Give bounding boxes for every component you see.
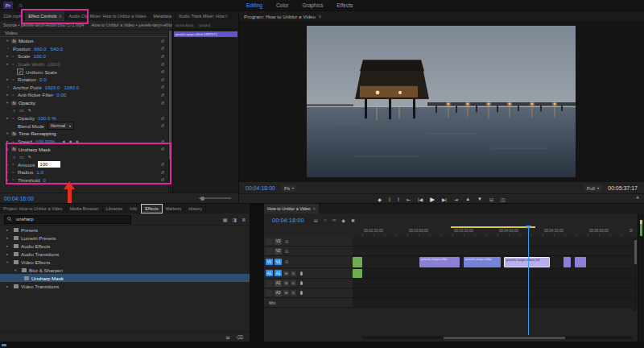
- tree-item-video-effects[interactable]: ▾ Video Effects: [0, 258, 250, 266]
- effect-time-remapping-header[interactable]: ▾ fx Time Remapping: [0, 130, 167, 138]
- track-visibility-icon[interactable]: ⊙: [285, 259, 289, 264]
- tab-audio-track-mixer[interactable]: Audio Track Mixer: How t: [175, 11, 231, 21]
- effect-controls-timecode[interactable]: 00:04:18:00: [4, 196, 34, 201]
- tab-info[interactable]: Info: [126, 204, 141, 213]
- chevron-down-icon[interactable]: ▾: [14, 268, 19, 272]
- track-visibility-icon[interactable]: ⊙: [285, 249, 289, 254]
- reset-param-icon[interactable]: ↺: [160, 123, 164, 128]
- track-select-v2[interactable]: V2: [275, 248, 282, 255]
- extract-button[interactable]: ▼: [477, 197, 482, 201]
- reset-param-icon[interactable]: ↺: [160, 177, 164, 182]
- rotation-value[interactable]: 0.0: [39, 77, 47, 82]
- tree-item-audio-transitions[interactable]: ▸ Audio Transitions: [0, 250, 250, 258]
- opacity-value[interactable]: 100.0 %: [38, 115, 56, 121]
- position-y-value[interactable]: 540.0: [51, 46, 63, 52]
- panel-menu-icon[interactable]: ≡: [319, 14, 321, 19]
- step-back-button[interactable]: |◀: [418, 197, 423, 202]
- rect-mask-icon[interactable]: ▭: [19, 155, 23, 160]
- track-mix-lane[interactable]: [353, 298, 633, 308]
- timeline-ruler[interactable]: 00:02:30:00 00:03:00:00 00:03:30:00 00:0…: [362, 226, 633, 238]
- effect-motion-header[interactable]: ▾ fx Motion ↺: [0, 37, 167, 45]
- timeline-timecode[interactable]: 00:04:18:00: [272, 217, 304, 224]
- add-marker-button[interactable]: ◆: [378, 197, 382, 202]
- list-view-icon[interactable]: ≣: [242, 217, 246, 222]
- mini-timeline-clip[interactable]: pexels-taryn-elliott-5937571...: [174, 31, 237, 37]
- playhead-line[interactable]: [528, 227, 529, 335]
- track-v2-lane[interactable]: [353, 246, 633, 256]
- keyframe-nav-icons[interactable]: ◀: [62, 139, 66, 143]
- clip-small-2[interactable]: [575, 257, 586, 267]
- mic-icon[interactable]: [300, 281, 303, 285]
- program-monitor-title[interactable]: Program: How to Unblur a Video: [244, 14, 316, 19]
- source-patch-v2[interactable]: [266, 248, 273, 255]
- play-button[interactable]: ▶: [430, 196, 435, 203]
- lift-button[interactable]: ▲: [465, 197, 470, 201]
- amount-input[interactable]: [38, 161, 60, 168]
- radius-value[interactable]: 1.0: [36, 169, 43, 175]
- track-v1-lane[interactable]: pexels-taryn-ellio pexels-taryn-ellio pe…: [353, 256, 633, 268]
- export-frame-button[interactable]: ⊡: [489, 197, 493, 202]
- mark-out-button[interactable]: }: [398, 197, 399, 201]
- mic-icon[interactable]: [300, 291, 303, 295]
- reset-param-icon[interactable]: ↺: [160, 77, 164, 82]
- stopwatch-icon[interactable]: ◔: [11, 170, 18, 175]
- chevron-right-icon[interactable]: ▸: [6, 252, 11, 256]
- clip-green-video[interactable]: [353, 257, 362, 267]
- reset-effect-icon[interactable]: ↺: [160, 39, 164, 44]
- reset-param-icon[interactable]: ↺: [160, 85, 164, 89]
- track-select-a1[interactable]: A1: [275, 270, 282, 276]
- solo-button[interactable]: S: [291, 280, 296, 286]
- track-visibility-icon[interactable]: ⊙: [285, 239, 289, 244]
- timeline-sequence-tab[interactable]: How to Unblur a Video ×: [264, 204, 320, 213]
- source-patch-a3[interactable]: [266, 290, 273, 296]
- reset-param-icon[interactable]: ↺: [160, 46, 164, 51]
- track-a1-lane[interactable]: [353, 268, 633, 279]
- stopwatch-icon[interactable]: ◔: [11, 139, 18, 144]
- reset-param-icon[interactable]: ↺: [160, 54, 164, 59]
- rect-mask-icon[interactable]: ▭: [19, 108, 23, 113]
- reset-effect-icon[interactable]: ↺: [160, 147, 164, 151]
- fx-badge-icon[interactable]: fx: [11, 101, 17, 106]
- zoom-slider-thumb[interactable]: [200, 197, 204, 201]
- tab-markers[interactable]: Markers: [163, 204, 185, 213]
- track-select-a3[interactable]: A3: [275, 290, 282, 296]
- reset-param-icon[interactable]: ↺: [160, 69, 164, 74]
- 32bit-effects-icon[interactable]: ◨: [232, 217, 237, 222]
- track-a2-lane[interactable]: [353, 279, 633, 288]
- clip-pexels-2[interactable]: pexels-taryn-ellio: [464, 257, 501, 267]
- stopwatch-icon[interactable]: ◔: [11, 77, 18, 82]
- clip-green-audio[interactable]: [353, 269, 362, 278]
- tab-effect-controls[interactable]: Effect Controls ≡: [25, 11, 65, 21]
- scale-value[interactable]: 100.0: [33, 53, 45, 59]
- effect-controls-scrollbar[interactable]: [168, 29, 171, 193]
- add-marker-icon[interactable]: ◆: [341, 218, 345, 223]
- work-area-bar[interactable]: [451, 226, 535, 228]
- reset-param-icon[interactable]: ↺: [160, 116, 164, 121]
- tab-project[interactable]: Project: How to Unblur a Video: [0, 204, 67, 213]
- reset-param-icon[interactable]: ↺: [160, 93, 164, 97]
- mute-button[interactable]: M: [283, 280, 289, 286]
- linked-selection-icon[interactable]: ∞: [332, 218, 336, 223]
- playback-resolution-dropdown[interactable]: Full ▾: [584, 184, 601, 192]
- mic-icon[interactable]: [300, 271, 303, 276]
- anchor-y-value[interactable]: 1080.0: [64, 85, 79, 90]
- tree-item-blur-sharpen[interactable]: ▾ Blur & Sharpen: [0, 266, 250, 274]
- fx-badge-icon[interactable]: fx: [11, 131, 17, 136]
- blend-mode-select[interactable]: Normal ▾: [47, 122, 74, 130]
- position-x-value[interactable]: 960.0: [34, 46, 46, 52]
- program-timecode[interactable]: 00:04:18:00: [246, 185, 275, 191]
- uniform-scale-checkbox[interactable]: ✓: [17, 68, 23, 75]
- track-v3-lane[interactable]: [353, 237, 633, 246]
- track-select-v1[interactable]: V1: [275, 259, 282, 265]
- pen-mask-icon[interactable]: ✎: [28, 155, 32, 160]
- chevron-right-icon[interactable]: ▸: [6, 228, 11, 232]
- stopwatch-icon[interactable]: ◔: [11, 62, 18, 67]
- workspace-tab-color[interactable]: Color: [276, 2, 289, 8]
- clip-small-1[interactable]: [564, 257, 571, 267]
- tree-item-video-transitions[interactable]: ▸ Video Transitions: [0, 282, 250, 290]
- zoom-slider[interactable]: [199, 197, 231, 199]
- button-editor-plus[interactable]: +: [636, 195, 639, 201]
- reset-effect-icon[interactable]: ↺: [160, 101, 164, 106]
- workspace-tab-effects[interactable]: Effects: [336, 2, 353, 8]
- stopwatch-icon[interactable]: ◔: [11, 54, 18, 59]
